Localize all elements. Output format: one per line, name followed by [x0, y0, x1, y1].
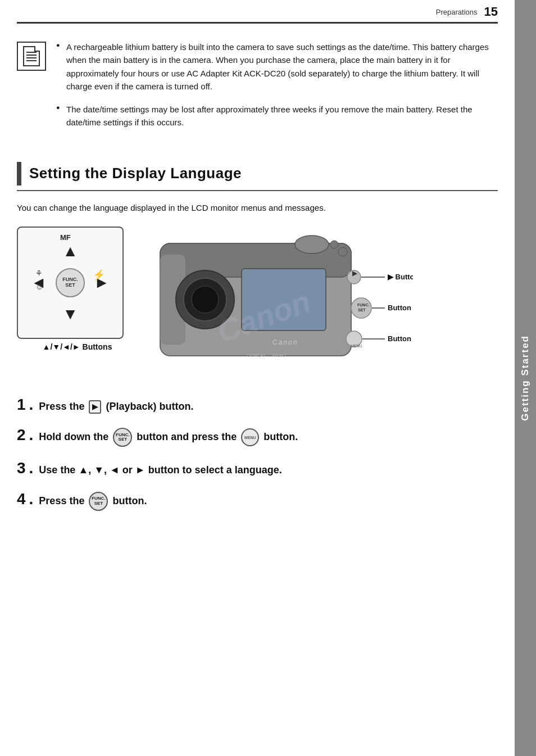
- svg-point-10: [330, 241, 338, 248]
- step-1-text: Press the ▶ (Playback) button.: [39, 400, 193, 414]
- steps-section: 1 . Press the ▶ (Playback) button. 2 . H…: [17, 397, 498, 511]
- svg-text:SET: SET: [358, 308, 366, 312]
- step-3-dot: .: [29, 460, 34, 476]
- left-icons: ⚘ ☺: [35, 269, 43, 291]
- step-4: 4 . Press the FUNC.SET button.: [17, 491, 498, 511]
- menu-icon-step2: MENU: [241, 428, 259, 446]
- step-1-dot: .: [29, 397, 34, 413]
- func-set-icon-step2: FUNC.SET: [113, 428, 132, 447]
- arrow-down-icon: ▼: [62, 306, 78, 322]
- step-1-number: 1: [17, 397, 26, 413]
- svg-text:MENU: MENU: [272, 353, 286, 358]
- control-panel: MF ▲ ▼ ◄ ► FUNC. SET ⚘ ☺ ⚡: [17, 227, 124, 339]
- heading-accent: [17, 162, 21, 185]
- arrow-up-icon: ▲: [62, 243, 78, 259]
- func-set-icon-step4: FUNC.SET: [89, 492, 108, 511]
- svg-text:Canon: Canon: [272, 338, 298, 346]
- dpad: MF ▲ ▼ ◄ ► FUNC. SET ⚘ ☺ ⚡: [31, 243, 110, 322]
- step-4-number: 4: [17, 491, 26, 507]
- step-2-text: Hold down the FUNC.SET button and press …: [39, 428, 298, 447]
- header-section: Preparations: [436, 8, 478, 16]
- flash-icon: ⚡: [93, 269, 105, 281]
- header-bar: Preparations 15: [17, 0, 498, 24]
- step-2: 2 . Hold down the FUNC.SET button and pr…: [17, 427, 498, 447]
- notes-list: A rechargeable lithium battery is built …: [56, 40, 498, 139]
- note-line-4: [26, 60, 37, 61]
- section-heading: Setting the Display Language: [17, 162, 498, 191]
- svg-point-5: [192, 286, 219, 313]
- diagram-left: MF ▲ ▼ ◄ ► FUNC. SET ⚘ ☺ ⚡: [17, 227, 138, 351]
- sidebar-tab: Getting Started: [515, 0, 536, 756]
- func-set-label2: SET: [65, 283, 75, 288]
- svg-text:DISPLAY: DISPLAY: [247, 353, 266, 358]
- svg-text:Button: Button: [388, 334, 411, 343]
- step-4-dot: .: [29, 491, 34, 507]
- svg-point-9: [338, 247, 347, 256]
- main-content: Preparations 15 A rechargeable lithium b…: [0, 0, 515, 547]
- diagram-right: Canon ▶ FUNC. SET MENU DI: [143, 227, 498, 380]
- note-line-3: [26, 57, 37, 58]
- svg-text:MENU: MENU: [351, 344, 362, 348]
- note-line-2: [26, 55, 37, 56]
- step-3-number: 3: [17, 460, 26, 476]
- svg-text:FUNC.: FUNC.: [357, 303, 369, 307]
- step-3: 3 . Use the ▲, ▼, ◄ or ► button to selec…: [17, 460, 498, 477]
- note-item-2: The date/time settings may be lost after…: [56, 103, 498, 129]
- section-intro: You can change the language displayed in…: [17, 201, 498, 214]
- svg-text:▶  Button: ▶ Button: [388, 273, 413, 281]
- camera-svg: Canon ▶ FUNC. SET MENU DI: [143, 227, 413, 378]
- buttons-label: ▲/▼/◄/► Buttons: [17, 342, 138, 351]
- svg-point-8: [295, 236, 329, 253]
- macro-icon: ⚘: [35, 269, 43, 278]
- page-number: 15: [484, 4, 498, 19]
- note-item-1: A rechargeable lithium battery is built …: [56, 40, 498, 93]
- timer-icon: ☺: [35, 282, 43, 291]
- step-2-dot: .: [29, 427, 34, 443]
- note-icon-graphic: [23, 46, 40, 66]
- step-1: 1 . Press the ▶ (Playback) button.: [17, 397, 498, 414]
- func-set-button[interactable]: FUNC. SET: [56, 268, 85, 297]
- note-icon-corner: [34, 46, 40, 52]
- playback-button-icon: ▶: [89, 400, 101, 414]
- section-title: Setting the Display Language: [29, 165, 242, 182]
- step-3-text: Use the ▲, ▼, ◄ or ► button to select a …: [39, 463, 281, 477]
- mf-label: MF: [60, 233, 71, 242]
- notes-section: A rechargeable lithium battery is built …: [17, 35, 498, 145]
- step-2-number: 2: [17, 427, 26, 443]
- diagram-area: MF ▲ ▼ ◄ ► FUNC. SET ⚘ ☺ ⚡: [17, 227, 498, 380]
- sidebar-label: Getting Started: [520, 335, 531, 421]
- step-4-text: Press the FUNC.SET button.: [39, 492, 147, 511]
- svg-text:Button: Button: [388, 304, 411, 312]
- note-icon: [17, 42, 46, 71]
